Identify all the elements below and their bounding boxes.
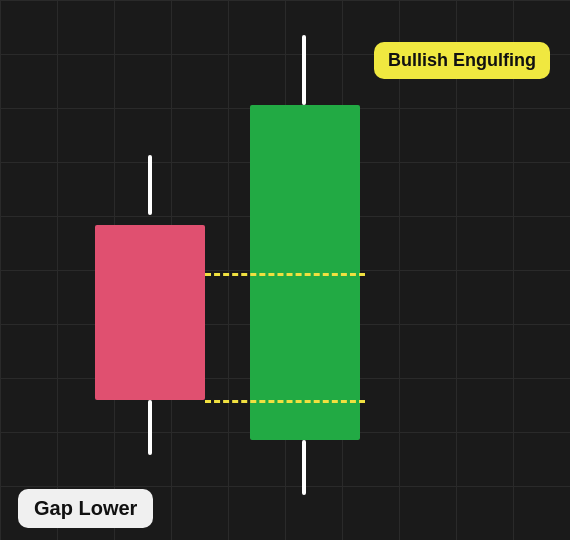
bullish-candle-top-wick xyxy=(302,35,306,105)
bullish-candle-bottom-wick xyxy=(302,440,306,495)
gap-lower-label: Gap Lower xyxy=(18,489,153,528)
chart-area: Bullish Engulfing Gap Lower xyxy=(0,0,570,540)
bullish-engulfing-label: Bullish Engulfing xyxy=(374,42,550,79)
gap-lower-dashed-line xyxy=(205,400,365,403)
bearish-candle-bottom-wick xyxy=(148,400,152,455)
bearish-candle-body xyxy=(95,225,205,400)
gap-upper-dashed-line xyxy=(205,273,365,276)
bearish-candle-top-wick xyxy=(148,155,152,215)
